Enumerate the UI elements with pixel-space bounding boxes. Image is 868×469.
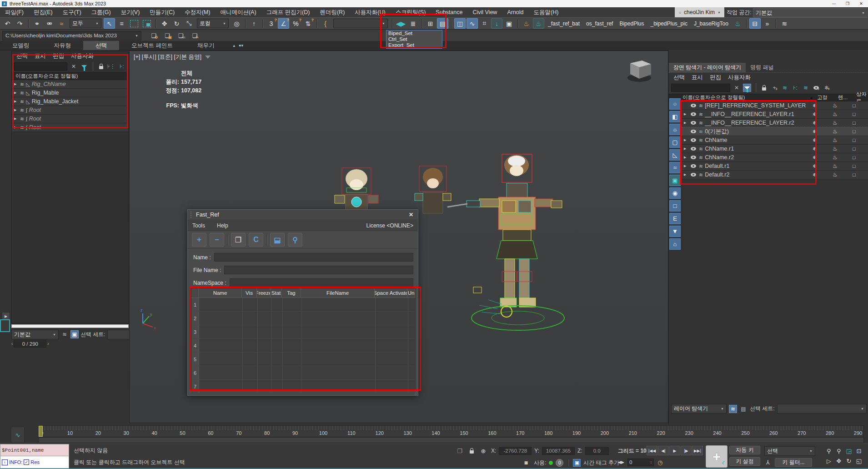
timeline-tick-220[interactable]: 220: [657, 430, 665, 436]
render-icon[interactable]: ♨: [833, 120, 838, 126]
more-tools-icon[interactable]: »: [762, 18, 773, 29]
save-tool-icon[interactable]: ⊟: [749, 18, 761, 29]
select-object-icon[interactable]: ↖: [104, 18, 115, 29]
left-explorer-menu-표시[interactable]: 표시: [35, 52, 46, 60]
listener-macro-line[interactable]: $Point001,name: [0, 444, 69, 456]
column-header-FileName[interactable]: FileName: [301, 288, 375, 298]
set-key-button[interactable]: 키 설정: [729, 457, 760, 466]
boxmode-icon[interactable]: □: [853, 111, 856, 117]
expand-arrow-icon[interactable]: ▶: [684, 147, 688, 151]
column-header-Space Activate[interactable]: Space Activate: [375, 288, 407, 298]
set-keys-button[interactable]: +⌐: [706, 445, 728, 468]
ribbon-tab-채우기[interactable]: 채우기: [185, 41, 227, 50]
clear-search-icon[interactable]: ✕: [733, 84, 741, 92]
eye-icon[interactable]: [690, 145, 697, 153]
add-icon[interactable]: +: [192, 233, 206, 247]
layer-row[interactable]: ▶≋ChName.r2❄♨□: [682, 153, 868, 162]
eye-icon[interactable]: [690, 110, 697, 118]
filter-spacewarps-icon[interactable]: ≈: [669, 162, 681, 173]
list-item[interactable]: ▶≋◺Rig_Mable: [12, 89, 128, 97]
timeline-tick-70[interactable]: 70: [236, 430, 241, 436]
shield-icon[interactable]: ◙: [521, 458, 531, 468]
bind-to-spacewarp-icon[interactable]: ≈: [56, 18, 67, 29]
key-mode-dropdown[interactable]: 선택 ▼: [764, 446, 815, 456]
timeline-tick-90[interactable]: 90: [292, 430, 298, 436]
mini-curve-editor-button[interactable]: ∿: [11, 427, 25, 443]
render-icon[interactable]: ♨: [833, 171, 838, 178]
right-explorer-menu-표시[interactable]: 표시: [692, 74, 703, 81]
filter-bones-icon[interactable]: ◉: [669, 187, 681, 199]
rendered-frame-icon[interactable]: ▣: [503, 18, 515, 29]
table-row[interactable]: 6: [191, 366, 415, 380]
edit-named-sets-icon[interactable]: {: [320, 18, 331, 29]
file-name-input[interactable]: [224, 266, 413, 274]
ribbon-tab-모델링[interactable]: 모델링: [0, 41, 42, 50]
spin-right-icon[interactable]: ›: [47, 341, 49, 346]
spinner-arrows[interactable]: ↕: [650, 460, 652, 464]
render-preview-icon[interactable]: ♨: [533, 18, 544, 29]
dialog-menu-Help[interactable]: Help: [217, 222, 228, 229]
render-icon[interactable]: ♨: [833, 146, 838, 152]
timeline-tick-240[interactable]: 240: [713, 430, 721, 436]
timeline-ruler[interactable]: 0102030405060708090100110120130140150160…: [39, 425, 864, 437]
timeline-tick-200[interactable]: 200: [601, 430, 609, 436]
freeze-icon[interactable]: ❄: [813, 146, 817, 152]
eye-toggle-icon[interactable]: ＋: [812, 84, 820, 92]
script-button-_bipedPlus_pic[interactable]: _bipedPlus_pic: [647, 20, 690, 27]
reload-icon[interactable]: C: [249, 233, 263, 247]
viewcube-icon[interactable]: [627, 61, 651, 82]
toolbar-dropdown-selection_filter_value[interactable]: 모두▼: [70, 19, 101, 28]
expand-arrow-icon[interactable]: ▶: [684, 121, 688, 125]
right-explorer-menu-편집[interactable]: 편집: [710, 74, 721, 81]
key-filters-button[interactable]: 키 필터...: [775, 458, 812, 467]
rect-selection-region-icon[interactable]: [130, 20, 138, 27]
expand-arrow-icon[interactable]: ▶: [684, 138, 688, 142]
menu-item-Substance[interactable]: Substance: [431, 7, 467, 17]
ribbon-tab-자유형[interactable]: 자유형: [42, 41, 84, 50]
script-button-J_baseRigToo[interactable]: J_baseRigToo: [691, 20, 731, 27]
filter-helpers-icon[interactable]: ◺: [669, 149, 681, 161]
boxmode-icon[interactable]: □: [853, 155, 856, 160]
boxmode-icon[interactable]: □: [853, 103, 856, 108]
eye-icon[interactable]: [690, 153, 697, 161]
render-column-label[interactable]: 렌...: [838, 94, 848, 101]
layer-row[interactable]: ≋[REF]_REFRERNCE_SYSTEM_LAYER❄♨□: [682, 101, 868, 110]
timeline-tick-210[interactable]: 210: [629, 430, 637, 436]
named-selection-sets-dropdown[interactable]: ▼: [333, 19, 388, 28]
left-name-column-header[interactable]: 이름(오름차순으로 정렬됨): [12, 72, 128, 80]
ribbon-tab-오브젝트 페인트[interactable]: 오브젝트 페인트: [119, 41, 185, 50]
eye-icon[interactable]: [690, 127, 697, 136]
schematic-view-icon[interactable]: ⌗: [479, 18, 490, 29]
snap-toggle-3d-icon[interactable]: 3?: [266, 18, 277, 29]
spinner-snap-icon[interactable]: ⇅?: [302, 18, 314, 29]
character-3[interactable]: [447, 154, 564, 330]
find-icon[interactable]: ⚲: [288, 233, 302, 247]
menu-item-렌더링(R)[interactable]: 렌더링(R): [315, 7, 350, 17]
layer-explorer-toggle-icon[interactable]: ▣: [70, 330, 79, 338]
table-row[interactable]: 3: [191, 325, 415, 339]
angle-snap-icon[interactable]: ∠?: [278, 18, 289, 29]
import-reference-icon[interactable]: ⬓: [270, 233, 285, 247]
project-settings-icon[interactable]: ❏⚙: [149, 31, 161, 40]
expand-arrow-icon[interactable]: ▶: [14, 100, 18, 103]
window-crossing-icon[interactable]: [143, 20, 151, 27]
filter-geometry-icon[interactable]: ◧: [669, 111, 681, 122]
named-set-option-Export_Set[interactable]: Export_Set: [386, 42, 442, 48]
expand-arrow-icon[interactable]: ▶: [14, 91, 18, 95]
maximize-viewport-icon[interactable]: ◱: [854, 456, 864, 466]
layer-row[interactable]: ▶≋__INFO__REFERENCE_LAYER.r2❄♨□: [682, 119, 868, 127]
project-path-dropdown[interactable]: C:\Users\cheoljin kim\Documents\3ds Max …: [2, 31, 141, 40]
frame-step-arrows-icon[interactable]: ◀▶: [616, 457, 626, 467]
select-and-rotate-icon[interactable]: ↻: [171, 18, 182, 29]
filter-all-icon[interactable]: ○: [669, 98, 681, 110]
column-header-Tag[interactable]: Tag: [282, 288, 301, 298]
timeline-tick-150[interactable]: 150: [460, 430, 468, 436]
left-explorer-menu-사용자화[interactable]: 사용자화: [71, 52, 94, 60]
orbit-icon[interactable]: ↻: [844, 456, 854, 466]
boxmode-icon[interactable]: □: [853, 137, 856, 143]
table-row[interactable]: 7: [191, 380, 415, 393]
layer-row[interactable]: ▶≋Default.r1❄♨□: [682, 162, 868, 171]
play-icon[interactable]: ▶: [669, 446, 680, 455]
grid-view-icon[interactable]: ▤: [739, 405, 748, 413]
freeze-icon[interactable]: ❄: [813, 103, 817, 109]
